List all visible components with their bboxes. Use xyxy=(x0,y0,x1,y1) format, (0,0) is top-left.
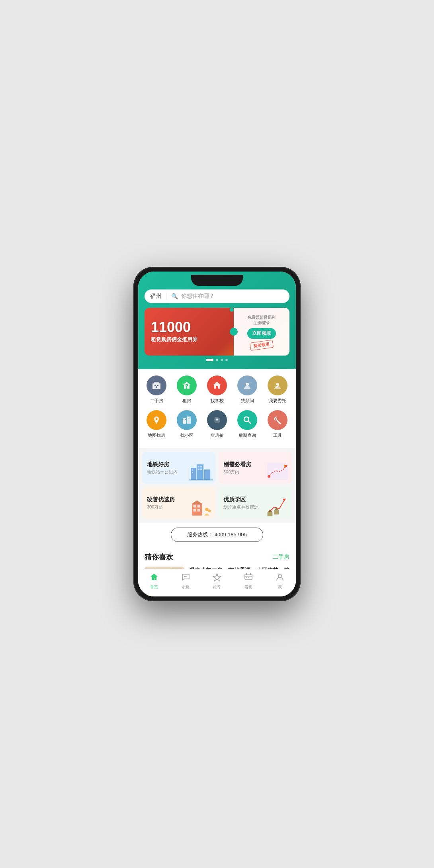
svg-rect-25 xyxy=(204,469,210,480)
svg-point-35 xyxy=(285,465,287,467)
search-icon: 🔍 xyxy=(171,293,178,299)
svg-point-11 xyxy=(156,418,158,420)
svg-point-42 xyxy=(208,510,211,512)
banner-right: 免费领超级福利 注册/登录 立即领取 限时领用 xyxy=(234,308,289,356)
icon-price[interactable]: ¥ 查房价 xyxy=(205,410,229,438)
hotline-section: 服务热线： 4009-185-905 xyxy=(138,523,296,547)
icons-row-2: 地图找房 找小区 xyxy=(141,410,293,438)
nav-profile-label: 我 xyxy=(278,585,282,590)
icon-tools[interactable]: 工具 xyxy=(266,410,289,438)
community-label: 找小区 xyxy=(180,432,194,438)
nav-message-label: 消息 xyxy=(182,585,190,590)
advisor-icon xyxy=(237,375,257,395)
price-label: 查房价 xyxy=(211,432,224,438)
svg-text:¥: ¥ xyxy=(216,418,219,422)
svg-rect-27 xyxy=(192,469,193,470)
svg-rect-31 xyxy=(197,469,199,470)
svg-rect-39 xyxy=(194,509,196,512)
banner-free-text: 免费领超级福利 注册/登录 xyxy=(248,315,276,326)
feature-metro[interactable]: 地铁好房 地铁站一公里内 xyxy=(142,452,215,484)
svg-rect-7 xyxy=(216,386,218,389)
svg-rect-43 xyxy=(268,512,273,516)
search-city: 福州 xyxy=(150,293,161,300)
phone-notch xyxy=(191,275,243,286)
recommend-title: 猜你喜欢 xyxy=(145,552,173,562)
svg-rect-37 xyxy=(194,505,196,508)
school-label: 找学校 xyxy=(211,398,224,404)
svg-line-21 xyxy=(248,421,250,423)
banner-claim-button[interactable]: 立即领取 xyxy=(247,328,276,339)
nav-home[interactable]: 首页 xyxy=(144,573,164,590)
nav-profile[interactable]: 我 xyxy=(270,573,290,590)
message-nav-icon xyxy=(181,573,190,583)
tools-icon xyxy=(268,410,287,430)
svg-rect-12 xyxy=(183,418,186,424)
svg-point-34 xyxy=(268,475,270,478)
svg-rect-17 xyxy=(190,418,190,418)
recommend-nav-icon xyxy=(213,573,221,583)
svg-rect-60 xyxy=(246,577,247,578)
svg-point-62 xyxy=(278,574,282,577)
icon-advisor[interactable]: 找顾问 xyxy=(235,375,259,404)
hotline-box[interactable]: 服务热线： 4009-185-905 xyxy=(171,528,263,542)
improved-img xyxy=(189,495,213,517)
feature-section: 地铁好房 地铁站一公里内 xyxy=(138,448,296,523)
svg-rect-3 xyxy=(157,385,158,386)
icons-section: 二手房 ¥ 租房 xyxy=(138,369,296,448)
svg-rect-29 xyxy=(197,466,199,467)
second-hand-icon xyxy=(147,375,166,395)
map-icon xyxy=(147,410,166,430)
icon-map[interactable]: 地图找房 xyxy=(145,410,168,438)
svg-rect-16 xyxy=(188,418,189,418)
phone-frame: 福州 🔍 你想住在哪？ 11000 租赁购房佣金抵用券 免费领超级福利 注册/登… xyxy=(133,267,301,601)
svg-text:¥: ¥ xyxy=(186,384,188,387)
svg-rect-4 xyxy=(156,386,157,388)
svg-rect-30 xyxy=(200,466,202,467)
svg-point-55 xyxy=(186,576,187,577)
svg-point-53 xyxy=(184,576,185,577)
nav-message[interactable]: 消息 xyxy=(176,573,195,590)
advisor-label: 找顾问 xyxy=(241,398,254,404)
nav-recommend-label: 推荐 xyxy=(213,585,221,590)
phone-screen: 福州 🔍 你想住在哪？ 11000 租赁购房佣金抵用券 免费领超级福利 注册/登… xyxy=(138,272,296,596)
banner[interactable]: 11000 租赁购房佣金抵用券 免费领超级福利 注册/登录 立即领取 限时领用 xyxy=(145,308,289,356)
svg-rect-44 xyxy=(274,510,279,514)
svg-rect-2 xyxy=(154,385,156,386)
svg-rect-15 xyxy=(185,419,186,420)
home-nav-icon xyxy=(150,573,158,583)
bottom-nav: 首页 消息 xyxy=(138,569,296,596)
icon-community[interactable]: 找小区 xyxy=(175,410,199,438)
dot-4 xyxy=(225,359,228,361)
icon-second-hand[interactable]: 二手房 xyxy=(145,375,168,404)
icon-query[interactable]: 后期查询 xyxy=(235,410,259,438)
header: 福州 🔍 你想住在哪？ 11000 租赁购房佣金抵用券 免费领超级福利 注册/登… xyxy=(138,272,296,369)
dot-2 xyxy=(216,359,218,361)
rent-icon: ¥ xyxy=(177,375,197,395)
nav-recommend[interactable]: 推荐 xyxy=(207,573,227,590)
recommend-tag[interactable]: 二手房 xyxy=(273,553,289,561)
svg-rect-26 xyxy=(189,479,213,480)
feature-school-district[interactable]: 优质学区 划片重点学校房源 xyxy=(219,487,292,519)
map-label: 地图找房 xyxy=(148,432,165,438)
search-bar[interactable]: 福州 🔍 你想住在哪？ xyxy=(145,289,289,303)
banner-subtitle: 租赁购房佣金抵用券 xyxy=(151,336,227,343)
icon-school[interactable]: 找学校 xyxy=(205,375,229,404)
feature-must-see[interactable]: 刚需必看房 300万内 xyxy=(219,452,292,484)
screen-content[interactable]: 福州 🔍 你想住在哪？ 11000 租赁购房佣金抵用券 免费领超级福利 注册/登… xyxy=(138,272,296,596)
feature-improved[interactable]: 改善优选房 300万起 xyxy=(142,487,215,519)
svg-line-22 xyxy=(277,420,280,424)
svg-rect-61 xyxy=(248,577,249,578)
nav-viewing-label: 看房 xyxy=(244,585,252,590)
svg-rect-14 xyxy=(184,419,184,420)
search-placeholder: 你想住在哪？ xyxy=(181,293,284,300)
price-icon: ¥ xyxy=(207,410,227,430)
svg-rect-38 xyxy=(197,505,200,508)
profile-nav-icon xyxy=(276,573,284,583)
icon-entrust[interactable]: 我要委托 xyxy=(266,375,289,404)
dot-3 xyxy=(221,359,223,361)
must-see-img xyxy=(266,460,289,482)
svg-point-9 xyxy=(246,383,249,386)
svg-rect-28 xyxy=(192,472,193,473)
nav-viewing[interactable]: 看房 xyxy=(239,573,258,590)
icon-rent[interactable]: ¥ 租房 xyxy=(175,375,199,404)
